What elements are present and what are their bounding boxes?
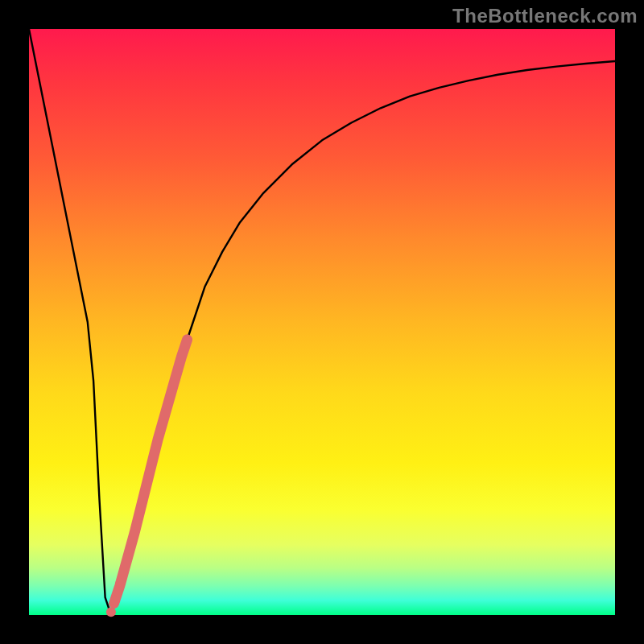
highlight-dots — [106, 578, 126, 617]
chart-frame: TheBottleneck.com — [0, 0, 644, 644]
plot-area — [29, 29, 615, 615]
highlight-dot — [110, 596, 120, 605]
watermark-text: TheBottleneck.com — [452, 5, 638, 27]
chart-svg — [29, 29, 615, 615]
bottleneck-curve — [29, 29, 615, 615]
highlight-dot — [116, 578, 126, 588]
highlight-dot — [106, 607, 116, 617]
highlight-segment — [114, 340, 188, 604]
